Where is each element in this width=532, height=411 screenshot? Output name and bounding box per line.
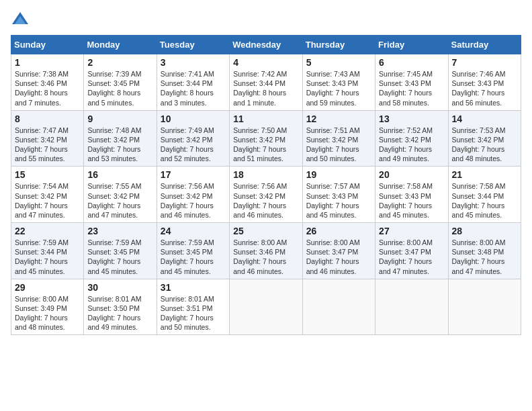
calendar-cell: 24Sunrise: 7:59 AM Sunset: 3:45 PM Dayli…: [157, 223, 229, 279]
calendar-cell: 26Sunrise: 8:00 AM Sunset: 3:47 PM Dayli…: [302, 223, 375, 279]
day-number: 22: [15, 226, 80, 236]
day-info: Sunrise: 8:01 AM Sunset: 3:51 PM Dayligh…: [161, 294, 226, 332]
calendar-cell: 3Sunrise: 7:41 AM Sunset: 3:44 PM Daylig…: [157, 54, 229, 111]
day-number: 23: [87, 226, 152, 236]
day-info: Sunrise: 8:00 AM Sunset: 3:46 PM Dayligh…: [233, 238, 298, 276]
calendar-cell: 8Sunrise: 7:47 AM Sunset: 3:42 PM Daylig…: [11, 110, 84, 167]
calendar-cell: 2Sunrise: 7:39 AM Sunset: 3:45 PM Daylig…: [84, 54, 157, 111]
calendar-cell: 4Sunrise: 7:42 AM Sunset: 3:44 PM Daylig…: [230, 54, 302, 111]
calendar-cell: 30Sunrise: 8:01 AM Sunset: 3:50 PM Dayli…: [84, 279, 157, 335]
calendar-cell: 13Sunrise: 7:52 AM Sunset: 3:42 PM Dayli…: [375, 110, 448, 167]
calendar-cell: [375, 279, 448, 335]
column-header-wednesday: Wednesday: [230, 36, 302, 54]
day-info: Sunrise: 8:00 AM Sunset: 3:49 PM Dayligh…: [15, 294, 80, 332]
day-number: 9: [87, 113, 152, 124]
day-info: Sunrise: 7:39 AM Sunset: 3:45 PM Dayligh…: [87, 69, 152, 107]
day-number: 13: [379, 113, 444, 124]
calendar-cell: 23Sunrise: 7:59 AM Sunset: 3:45 PM Dayli…: [84, 223, 157, 279]
day-info: Sunrise: 7:56 AM Sunset: 3:42 PM Dayligh…: [161, 181, 226, 220]
page-header: [11, 11, 521, 30]
column-header-thursday: Thursday: [302, 36, 375, 54]
calendar-cell: 20Sunrise: 7:58 AM Sunset: 3:43 PM Dayli…: [375, 167, 448, 223]
day-number: 12: [306, 113, 371, 124]
calendar-cell: 9Sunrise: 7:48 AM Sunset: 3:42 PM Daylig…: [84, 110, 157, 167]
day-number: 6: [379, 57, 444, 68]
calendar-cell: 17Sunrise: 7:56 AM Sunset: 3:42 PM Dayli…: [157, 167, 229, 223]
day-info: Sunrise: 7:42 AM Sunset: 3:44 PM Dayligh…: [233, 69, 298, 107]
day-number: 4: [233, 57, 298, 68]
calendar-header-row: SundayMondayTuesdayWednesdayThursdayFrid…: [11, 36, 521, 54]
day-number: 24: [161, 226, 226, 236]
day-number: 30: [87, 282, 152, 293]
calendar-cell: 18Sunrise: 7:56 AM Sunset: 3:42 PM Dayli…: [230, 167, 302, 223]
calendar-cell: 14Sunrise: 7:53 AM Sunset: 3:42 PM Dayli…: [448, 110, 521, 167]
day-info: Sunrise: 7:38 AM Sunset: 3:46 PM Dayligh…: [15, 69, 80, 107]
day-info: Sunrise: 8:01 AM Sunset: 3:50 PM Dayligh…: [87, 294, 152, 332]
day-number: 20: [379, 169, 444, 180]
day-number: 8: [15, 113, 80, 124]
day-info: Sunrise: 7:54 AM Sunset: 3:42 PM Dayligh…: [15, 181, 80, 220]
calendar-table: SundayMondayTuesdayWednesdayThursdayFrid…: [11, 35, 521, 335]
day-number: 7: [452, 57, 517, 68]
day-number: 25: [233, 226, 298, 236]
day-info: Sunrise: 7:59 AM Sunset: 3:44 PM Dayligh…: [15, 238, 80, 276]
calendar-week-row: 15Sunrise: 7:54 AM Sunset: 3:42 PM Dayli…: [11, 167, 521, 223]
day-info: Sunrise: 7:48 AM Sunset: 3:42 PM Dayligh…: [87, 126, 152, 164]
calendar-cell: 28Sunrise: 8:00 AM Sunset: 3:48 PM Dayli…: [448, 223, 521, 279]
day-info: Sunrise: 7:51 AM Sunset: 3:42 PM Dayligh…: [306, 126, 371, 164]
calendar-cell: 1Sunrise: 7:38 AM Sunset: 3:46 PM Daylig…: [11, 54, 84, 111]
calendar-cell: 15Sunrise: 7:54 AM Sunset: 3:42 PM Dayli…: [11, 167, 84, 223]
day-info: Sunrise: 7:47 AM Sunset: 3:42 PM Dayligh…: [15, 126, 80, 164]
calendar-cell: 16Sunrise: 7:55 AM Sunset: 3:42 PM Dayli…: [84, 167, 157, 223]
logo-icon: [11, 11, 30, 30]
day-info: Sunrise: 7:58 AM Sunset: 3:43 PM Dayligh…: [379, 181, 444, 220]
day-number: 19: [306, 169, 371, 180]
column-header-tuesday: Tuesday: [157, 36, 229, 54]
calendar-cell: 31Sunrise: 8:01 AM Sunset: 3:51 PM Dayli…: [157, 279, 229, 335]
calendar-cell: 19Sunrise: 7:57 AM Sunset: 3:43 PM Dayli…: [302, 167, 375, 223]
day-number: 14: [452, 113, 517, 124]
day-info: Sunrise: 7:56 AM Sunset: 3:42 PM Dayligh…: [233, 181, 298, 220]
day-info: Sunrise: 7:53 AM Sunset: 3:42 PM Dayligh…: [452, 126, 517, 164]
day-number: 21: [452, 169, 517, 180]
calendar-cell: [448, 279, 521, 335]
day-number: 16: [87, 169, 152, 180]
calendar-cell: 10Sunrise: 7:49 AM Sunset: 3:42 PM Dayli…: [157, 110, 229, 167]
day-number: 5: [306, 57, 371, 68]
day-info: Sunrise: 7:49 AM Sunset: 3:42 PM Dayligh…: [161, 126, 226, 164]
day-number: 18: [233, 169, 298, 180]
day-number: 11: [233, 113, 298, 124]
calendar-cell: 7Sunrise: 7:46 AM Sunset: 3:43 PM Daylig…: [448, 54, 521, 111]
calendar-cell: 22Sunrise: 7:59 AM Sunset: 3:44 PM Dayli…: [11, 223, 84, 279]
calendar-cell: 29Sunrise: 8:00 AM Sunset: 3:49 PM Dayli…: [11, 279, 84, 335]
calendar-cell: 12Sunrise: 7:51 AM Sunset: 3:42 PM Dayli…: [302, 110, 375, 167]
day-number: 31: [161, 282, 226, 293]
calendar-cell: 6Sunrise: 7:45 AM Sunset: 3:43 PM Daylig…: [375, 54, 448, 111]
day-info: Sunrise: 7:50 AM Sunset: 3:42 PM Dayligh…: [233, 126, 298, 164]
day-info: Sunrise: 7:46 AM Sunset: 3:43 PM Dayligh…: [452, 69, 517, 107]
day-info: Sunrise: 8:00 AM Sunset: 3:47 PM Dayligh…: [306, 238, 371, 276]
calendar-cell: 21Sunrise: 7:58 AM Sunset: 3:44 PM Dayli…: [448, 167, 521, 223]
day-number: 15: [15, 169, 80, 180]
day-info: Sunrise: 8:00 AM Sunset: 3:48 PM Dayligh…: [452, 238, 517, 276]
calendar-week-row: 29Sunrise: 8:00 AM Sunset: 3:49 PM Dayli…: [11, 279, 521, 335]
day-info: Sunrise: 7:59 AM Sunset: 3:45 PM Dayligh…: [161, 238, 226, 276]
day-info: Sunrise: 7:43 AM Sunset: 3:43 PM Dayligh…: [306, 69, 371, 107]
day-number: 26: [306, 226, 371, 236]
day-number: 28: [452, 226, 517, 236]
day-info: Sunrise: 8:00 AM Sunset: 3:47 PM Dayligh…: [379, 238, 444, 276]
day-number: 2: [87, 57, 152, 68]
day-number: 29: [15, 282, 80, 293]
day-info: Sunrise: 7:55 AM Sunset: 3:42 PM Dayligh…: [87, 181, 152, 220]
day-number: 1: [15, 57, 80, 68]
calendar-week-row: 22Sunrise: 7:59 AM Sunset: 3:44 PM Dayli…: [11, 223, 521, 279]
calendar-week-row: 8Sunrise: 7:47 AM Sunset: 3:42 PM Daylig…: [11, 110, 521, 167]
day-info: Sunrise: 7:59 AM Sunset: 3:45 PM Dayligh…: [87, 238, 152, 276]
calendar-cell: 27Sunrise: 8:00 AM Sunset: 3:47 PM Dayli…: [375, 223, 448, 279]
column-header-friday: Friday: [375, 36, 448, 54]
calendar-cell: [230, 279, 302, 335]
day-number: 10: [161, 113, 226, 124]
day-number: 27: [379, 226, 444, 236]
day-info: Sunrise: 7:58 AM Sunset: 3:44 PM Dayligh…: [452, 181, 517, 220]
calendar-cell: [302, 279, 375, 335]
